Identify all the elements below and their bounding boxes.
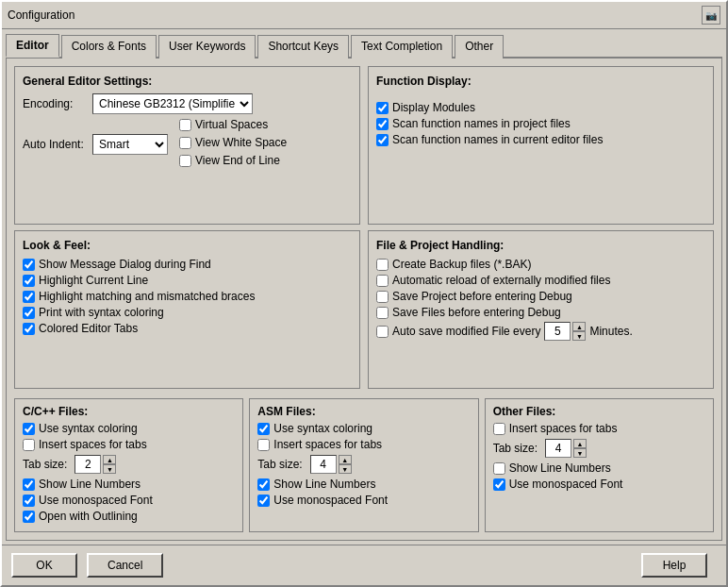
show-message-dialog-checkbox[interactable] [23, 259, 35, 271]
scan-current-checkbox[interactable] [376, 134, 389, 146]
other-monospaced-label: Use monospaced Font [509, 478, 623, 491]
cpp-files-title: C/C++ Files: [23, 405, 235, 418]
cpp-syntax-coloring-label: Use syntax coloring [39, 422, 138, 435]
tab-other[interactable]: Other [455, 35, 504, 59]
view-end-of-line-checkbox[interactable] [179, 155, 191, 167]
display-modules-checkbox[interactable] [376, 102, 389, 114]
other-show-line-numbers-label: Show Line Numbers [509, 461, 611, 475]
auto-indent-row: Auto Indent: Smart None Auto Virtual Spa… [23, 118, 352, 170]
autosave-checkbox[interactable] [376, 326, 389, 338]
colored-editor-tabs-row: Colored Editor Tabs [23, 322, 352, 335]
highlight-braces-checkbox[interactable] [23, 291, 35, 303]
tab-shortcut-keys[interactable]: Shortcut Keys [257, 35, 349, 59]
cpp-syntax-coloring-row: Use syntax coloring [23, 422, 235, 435]
virtual-spaces-row: Virtual Spaces [179, 118, 287, 131]
encoding-label: Encoding: [23, 97, 89, 110]
colored-editor-tabs-label: Colored Editor Tabs [39, 322, 138, 335]
autosave-spinbox: ▲ ▼ [544, 322, 586, 341]
cpp-insert-spaces-row: Insert spaces for tabs [23, 438, 235, 451]
asm-monospaced-label: Use monospaced Font [273, 494, 388, 507]
configuration-window: Configuration 📷 Editor Colors & Fonts Us… [0, 0, 728, 587]
cpp-tab-size-arrows: ▲ ▼ [103, 455, 116, 474]
print-syntax-checkbox[interactable] [23, 307, 35, 319]
other-monospaced-checkbox[interactable] [493, 478, 505, 491]
cpp-show-line-numbers-label: Show Line Numbers [39, 478, 141, 491]
colored-editor-tabs-checkbox[interactable] [23, 323, 35, 335]
autosave-arrows: ▲ ▼ [572, 322, 586, 341]
create-backup-checkbox[interactable] [376, 259, 389, 271]
tab-editor[interactable]: Editor [6, 34, 59, 58]
scan-project-checkbox[interactable] [376, 118, 389, 130]
view-white-space-label: View White Space [195, 136, 287, 149]
create-backup-row: Create Backup files (*.BAK) [376, 258, 705, 271]
cpp-open-outlining-row: Open with Outlining [23, 510, 235, 523]
auto-reload-checkbox[interactable] [376, 275, 389, 287]
asm-monospaced-checkbox[interactable] [257, 495, 270, 507]
view-end-of-line-label: View End of Line [195, 154, 280, 167]
virtual-spaces-checkbox[interactable] [179, 119, 191, 131]
print-syntax-label: Print with syntax coloring [39, 306, 164, 319]
auto-reload-row: Automatic reload of externally modified … [376, 274, 705, 287]
asm-syntax-coloring-checkbox[interactable] [257, 423, 270, 435]
cpp-tab-size-input[interactable] [74, 455, 101, 474]
asm-insert-spaces-row: Insert spaces for tabs [257, 438, 470, 451]
cpp-show-line-numbers-row: Show Line Numbers [23, 478, 235, 491]
asm-tab-size-down-button[interactable]: ▼ [339, 464, 352, 474]
content-area: Editor Colors & Fonts User Keywords Shor… [2, 29, 726, 545]
cpp-show-line-numbers-checkbox[interactable] [23, 478, 35, 491]
asm-show-line-numbers-row: Show Line Numbers [257, 478, 470, 491]
cpp-tab-size-row: Tab size: ▲ ▼ [23, 455, 235, 474]
autosave-up-button[interactable]: ▲ [572, 322, 586, 331]
other-monospaced-row: Use monospaced Font [493, 478, 705, 491]
other-insert-spaces-checkbox[interactable] [493, 423, 505, 435]
virtual-spaces-label: Virtual Spaces [195, 118, 268, 131]
cpp-monospaced-checkbox[interactable] [23, 495, 35, 507]
highlight-current-line-checkbox[interactable] [23, 275, 35, 287]
save-project-debug-row: Save Project before entering Debug [376, 290, 705, 303]
asm-tab-size-up-button[interactable]: ▲ [339, 455, 352, 464]
cpp-insert-spaces-checkbox[interactable] [23, 439, 35, 451]
other-tab-size-up-button[interactable]: ▲ [573, 439, 587, 448]
asm-monospaced-row: Use monospaced Font [257, 494, 470, 507]
display-modules-label: Display Modules [392, 101, 475, 114]
footer: OK Cancel Help [2, 545, 726, 585]
window-title: Configuration [8, 8, 74, 22]
encoding-select[interactable]: Chinese GB2312 (Simplified) UTF-8 ASCII [92, 93, 253, 114]
cancel-button[interactable]: Cancel [87, 553, 163, 578]
other-files-panel: Other Files: Insert spaces for tabs Tab … [485, 398, 714, 532]
asm-show-line-numbers-checkbox[interactable] [257, 478, 270, 491]
asm-insert-spaces-checkbox[interactable] [257, 439, 270, 451]
save-project-debug-checkbox[interactable] [376, 291, 389, 303]
other-show-line-numbers-checkbox[interactable] [493, 462, 505, 475]
cpp-syntax-coloring-checkbox[interactable] [23, 423, 35, 435]
other-files-title: Other Files: [493, 405, 705, 418]
autosave-down-button[interactable]: ▼ [572, 331, 586, 341]
cpp-open-outlining-label: Open with Outlining [39, 510, 138, 523]
other-tab-size-spinbox: ▲ ▼ [545, 439, 587, 458]
title-bar-icon[interactable]: 📷 [702, 6, 720, 25]
other-show-line-numbers-row: Show Line Numbers [493, 461, 705, 475]
save-files-debug-label: Save Files before entering Debug [392, 306, 561, 319]
auto-indent-select[interactable]: Smart None Auto [92, 134, 168, 155]
cpp-tab-size-down-button[interactable]: ▼ [103, 464, 116, 474]
asm-tab-size-input[interactable] [310, 455, 337, 474]
scan-project-label: Scan function names in project files [392, 117, 571, 130]
other-tab-size-down-button[interactable]: ▼ [573, 448, 587, 458]
view-end-of-line-row: View End of Line [179, 154, 287, 167]
display-modules-row: Display Modules [376, 101, 705, 114]
tab-text-completion[interactable]: Text Completion [351, 35, 453, 59]
other-tab-size-arrows: ▲ ▼ [573, 439, 587, 458]
other-insert-spaces-label: Insert spaces for tabs [509, 422, 618, 435]
tab-colors-fonts[interactable]: Colors & Fonts [61, 35, 157, 59]
tab-user-keywords[interactable]: User Keywords [158, 35, 256, 59]
autosave-label: Auto save modified File every [392, 325, 540, 338]
cpp-open-outlining-checkbox[interactable] [23, 511, 35, 523]
ok-button[interactable]: OK [11, 553, 77, 578]
autosave-value-input[interactable] [544, 322, 571, 341]
save-files-debug-checkbox[interactable] [376, 307, 389, 319]
other-tab-size-input[interactable] [545, 439, 571, 458]
print-syntax-row: Print with syntax coloring [23, 306, 352, 319]
cpp-tab-size-up-button[interactable]: ▲ [103, 455, 116, 464]
help-button[interactable]: Help [641, 553, 707, 578]
view-white-space-checkbox[interactable] [179, 137, 191, 149]
